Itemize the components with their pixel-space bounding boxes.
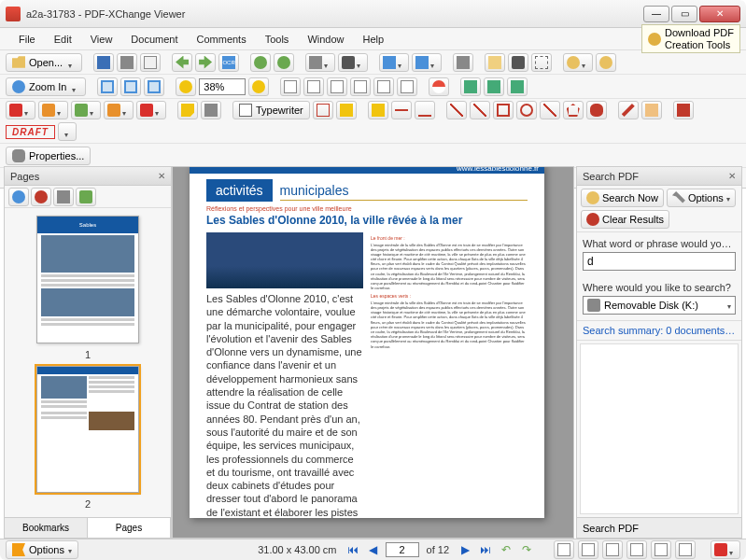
sb-layout4[interactable]: [626, 540, 647, 559]
sb-layout3[interactable]: [602, 540, 623, 559]
zoom-input[interactable]: [199, 78, 246, 95]
undo-button[interactable]: [172, 53, 192, 72]
textbox-button[interactable]: [313, 101, 333, 119]
select-button[interactable]: [508, 53, 528, 72]
page-layout5-button[interactable]: [373, 77, 394, 96]
crop-button[interactable]: [531, 53, 552, 72]
download-pdf-tools-button[interactable]: Download PDFCreation Tools: [641, 24, 740, 52]
typewriter-button[interactable]: Typewriter: [232, 101, 310, 119]
search-options-button[interactable]: Options: [667, 189, 736, 207]
sticky-button[interactable]: [177, 101, 198, 119]
rect-button[interactable]: [493, 101, 514, 119]
pencil-button[interactable]: [618, 101, 639, 119]
print-button[interactable]: [117, 53, 137, 72]
page-layout3-button[interactable]: [327, 77, 347, 96]
page-number-input[interactable]: [386, 542, 419, 557]
thumb-zoomin-button[interactable]: [8, 188, 29, 206]
sb-layout2[interactable]: [578, 540, 598, 559]
zoom-out-button[interactable]: [176, 77, 196, 96]
page-layout1-button[interactable]: [280, 77, 301, 96]
find-button[interactable]: [563, 53, 593, 72]
fit-page-button[interactable]: [120, 77, 141, 96]
sb-layout1[interactable]: [554, 540, 574, 559]
close-search-button[interactable]: ✕: [728, 171, 736, 181]
oval-button[interactable]: [516, 101, 537, 119]
color3-button[interactable]: [71, 101, 101, 119]
menu-view[interactable]: View: [81, 31, 122, 48]
measure3-button[interactable]: [507, 77, 528, 96]
menu-comments[interactable]: Comments: [188, 31, 256, 48]
polyline-button[interactable]: [540, 101, 560, 119]
menu-file[interactable]: File: [9, 31, 45, 48]
sb-pdf-button[interactable]: [711, 540, 740, 559]
stamp-dd-button[interactable]: [58, 122, 77, 141]
cloud-button[interactable]: [586, 101, 607, 119]
export2-button[interactable]: [412, 53, 442, 72]
sound-button[interactable]: [453, 53, 473, 72]
tab-bookmarks[interactable]: Bookmarks: [5, 518, 88, 538]
color2-button[interactable]: [38, 101, 68, 119]
search-now-button[interactable]: Search Now: [581, 189, 664, 207]
prev-view-button[interactable]: ↶: [498, 541, 514, 558]
email-button[interactable]: [140, 53, 161, 72]
properties-button[interactable]: Properties...: [6, 147, 91, 165]
zoom-in2-button[interactable]: [248, 77, 269, 96]
search-button[interactable]: [596, 53, 616, 72]
close-panel-button[interactable]: ✕: [158, 171, 165, 181]
highlight-button[interactable]: [368, 101, 388, 119]
underline-button[interactable]: [415, 101, 435, 119]
sb-layout5[interactable]: [651, 540, 671, 559]
color4-button[interactable]: [104, 101, 134, 119]
next-page-button[interactable]: ▶: [457, 541, 473, 558]
thumbnail-2[interactable]: [36, 366, 139, 494]
save-button[interactable]: [93, 53, 114, 72]
measure1-button[interactable]: [460, 77, 481, 96]
page-layout6-button[interactable]: [397, 77, 417, 96]
thumb-opts-button[interactable]: [76, 188, 96, 206]
prev-page-button[interactable]: ◀: [365, 541, 382, 558]
ocr-button[interactable]: OCR: [218, 53, 239, 72]
color1-button[interactable]: [6, 101, 35, 119]
page-layout4-button[interactable]: [350, 77, 371, 96]
polygon-button[interactable]: [563, 101, 584, 119]
callout-button[interactable]: [336, 101, 357, 119]
sb-options-button[interactable]: Options: [6, 540, 78, 559]
rotate-left-button[interactable]: [250, 53, 271, 72]
tab-pages[interactable]: Pages: [88, 518, 171, 538]
last-page-button[interactable]: ⏭: [477, 541, 494, 558]
document-view[interactable]: www.lessablesdolonne.fr activités munici…: [172, 166, 574, 539]
stamp-button[interactable]: [673, 101, 694, 119]
arrow-button[interactable]: [446, 101, 467, 119]
thumb-zoomout-button[interactable]: [31, 188, 51, 206]
menu-tools[interactable]: Tools: [256, 31, 299, 48]
first-page-button[interactable]: ⏮: [345, 541, 361, 558]
hand-button[interactable]: [485, 53, 505, 72]
menu-help[interactable]: Help: [354, 31, 394, 48]
eraser-button[interactable]: [641, 101, 662, 119]
strikeout-button[interactable]: [391, 101, 412, 119]
fit-width-button[interactable]: [144, 77, 164, 96]
thumbnail-1[interactable]: Sables: [36, 216, 139, 343]
badge-button[interactable]: [429, 77, 449, 96]
sb-layout6[interactable]: [675, 540, 696, 559]
next-view-button[interactable]: ↷: [518, 541, 535, 558]
maximize-button[interactable]: ▭: [671, 6, 697, 22]
rotate-right-button[interactable]: [274, 53, 294, 72]
line-button[interactable]: [470, 101, 490, 119]
snapshot-button[interactable]: [305, 53, 335, 72]
close-button[interactable]: ✕: [699, 6, 740, 22]
color5-button[interactable]: [136, 101, 166, 119]
page-layout2-button[interactable]: [303, 77, 324, 96]
menu-window[interactable]: Window: [298, 31, 353, 48]
attach-button[interactable]: [201, 101, 221, 119]
search-location-select[interactable]: Removable Disk (K:): [583, 296, 736, 315]
open-button[interactable]: Open...: [6, 53, 82, 72]
camera-button[interactable]: [338, 53, 368, 72]
menu-edit[interactable]: Edit: [45, 31, 81, 48]
search-input[interactable]: [583, 252, 736, 271]
thumb-print-button[interactable]: [53, 188, 74, 206]
measure2-button[interactable]: [484, 77, 504, 96]
export-button[interactable]: [379, 53, 409, 72]
menu-document[interactable]: Document: [121, 31, 187, 48]
zoomin-button[interactable]: Zoom In: [6, 77, 86, 96]
